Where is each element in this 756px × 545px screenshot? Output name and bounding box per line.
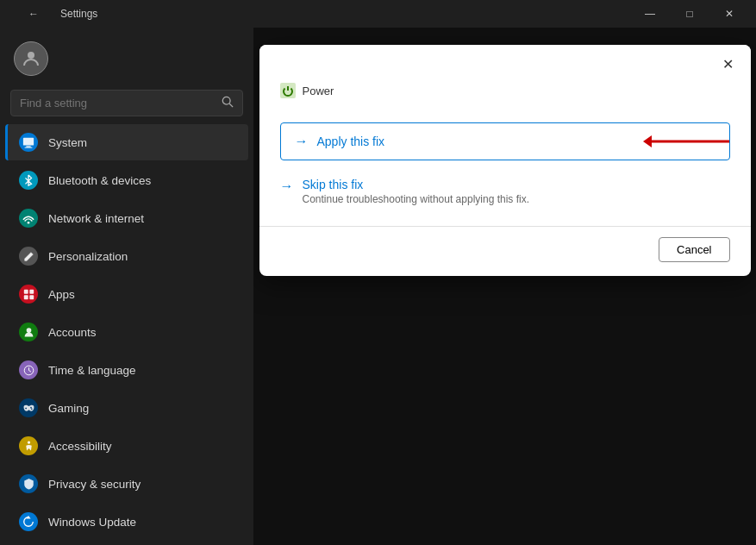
svg-point-6 (28, 222, 30, 224)
sidebar-item-label: Apps (48, 288, 75, 301)
sidebar-item-apps[interactable]: Apps (5, 276, 248, 312)
personalization-icon (19, 247, 38, 266)
svg-point-16 (31, 408, 33, 410)
cancel-button[interactable]: Cancel (659, 237, 729, 262)
skip-fix-option[interactable]: → Skip this fix Continue troubleshooting… (280, 174, 730, 209)
gaming-icon (19, 398, 38, 417)
fix-modal: ✕ Power → Apply this (259, 45, 751, 276)
maximize-button[interactable]: □ (670, 0, 709, 28)
skip-fix-desc: Continue troubleshooting without applyin… (303, 193, 530, 205)
sidebar-item-label: Accessibility (48, 440, 112, 453)
content-area: ••• › Other troubleshooters Recording Au… (253, 28, 756, 545)
sidebar-item-label: System (48, 136, 87, 149)
sidebar-item-gaming[interactable]: Gaming (5, 390, 248, 426)
sidebar-item-label: Personalization (48, 250, 128, 263)
svg-line-2 (229, 103, 233, 107)
svg-rect-8 (29, 289, 34, 293)
sidebar-item-personalization[interactable]: Personalization (5, 238, 248, 274)
apply-fix-label: Apply this fix (317, 135, 385, 148)
sidebar-item-privacy[interactable]: Privacy & security (5, 466, 248, 502)
sidebar-item-bluetooth[interactable]: Bluetooth & devices (5, 162, 248, 198)
privacy-icon (19, 474, 38, 493)
accessibility-icon (19, 436, 38, 455)
system-icon (19, 133, 38, 152)
svg-rect-10 (29, 295, 34, 299)
titlebar: ← Settings — □ ✕ (0, 0, 756, 28)
svg-point-17 (27, 441, 29, 443)
apps-icon (19, 285, 38, 304)
power-icon (280, 83, 296, 98)
app-layout: System Bluetooth & devices Network & int… (0, 28, 756, 545)
apply-fix-arrow-icon: → (295, 134, 309, 149)
accounts-icon (19, 323, 38, 341)
modal-content: Power → Apply this fix → (259, 79, 751, 219)
user-section (0, 31, 253, 86)
search-icon (222, 96, 234, 110)
svg-point-0 (28, 52, 34, 59)
search-box[interactable] (10, 90, 243, 116)
sidebar-item-label: Gaming (48, 402, 89, 415)
sidebar-item-accounts[interactable]: Accounts (5, 314, 248, 350)
svg-marker-24 (643, 135, 652, 147)
svg-rect-4 (26, 146, 30, 147)
sidebar: System Bluetooth & devices Network & int… (0, 28, 253, 545)
sidebar-item-label: Bluetooth & devices (48, 174, 151, 187)
apply-fix-option[interactable]: → Apply this fix (280, 122, 730, 160)
svg-point-11 (26, 328, 31, 333)
red-arrow-annotation (643, 128, 738, 154)
sidebar-item-label: Network & internet (48, 212, 144, 225)
modal-close-button[interactable]: ✕ (716, 52, 740, 76)
sidebar-item-time[interactable]: Time & language (5, 352, 248, 388)
back-button[interactable]: ← (14, 0, 53, 28)
modal-section-title: Power (280, 83, 730, 98)
sidebar-item-label: Time & language (48, 364, 136, 377)
time-icon (19, 360, 38, 379)
network-icon (19, 209, 38, 228)
sidebar-item-label: Privacy & security (48, 478, 141, 491)
svg-rect-3 (23, 138, 34, 146)
window-controls: — □ ✕ (630, 0, 749, 28)
modal-header: ✕ (259, 45, 751, 79)
sidebar-item-accessibility[interactable]: Accessibility (5, 428, 248, 464)
skip-fix-arrow-icon: → (280, 179, 294, 194)
close-button[interactable]: ✕ (709, 0, 749, 28)
sidebar-item-system[interactable]: System (5, 124, 248, 160)
svg-rect-5 (25, 147, 33, 148)
svg-point-1 (222, 97, 230, 104)
sidebar-item-network[interactable]: Network & internet (5, 200, 248, 236)
sidebar-item-label: Accounts (48, 326, 97, 339)
svg-rect-7 (23, 289, 28, 293)
modal-footer: Cancel (259, 226, 751, 276)
search-input[interactable] (20, 97, 215, 110)
skip-fix-label: Skip this fix (303, 178, 530, 191)
titlebar-left: ← Settings (14, 0, 97, 28)
svg-point-15 (30, 406, 32, 408)
minimize-button[interactable]: — (630, 0, 670, 28)
avatar (14, 41, 48, 76)
bluetooth-icon (19, 171, 38, 190)
modal-section-label: Power (303, 85, 334, 97)
sidebar-item-label: Windows Update (48, 516, 136, 529)
modal-overlay: ✕ Power → Apply this (253, 28, 756, 545)
app-title: Settings (60, 8, 97, 20)
sidebar-item-update[interactable]: Windows Update (5, 504, 248, 540)
update-icon (19, 512, 38, 531)
svg-rect-9 (23, 295, 28, 299)
